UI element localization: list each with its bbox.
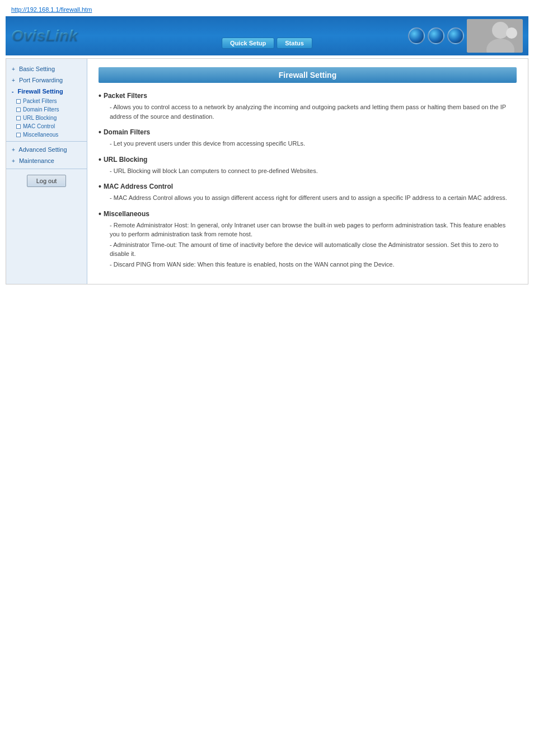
- sidebar-sub-miscellaneous-label: Miscellaneous: [23, 132, 58, 138]
- status-button[interactable]: Status: [277, 38, 312, 49]
- sidebar-item-maintenance[interactable]: + Maintenance: [6, 155, 87, 166]
- miscellaneous-desc-1: Remote Administrator Host: In general, o…: [110, 221, 517, 239]
- section-desc-packet-filters: Allows you to control access to a networ…: [99, 102, 517, 121]
- section-desc-miscellaneous: Remote Administrator Host: In general, o…: [99, 221, 517, 269]
- header-nav: Quick Setup Status: [222, 38, 312, 49]
- sidebar: + Basic Setting + Port Forwarding - Fire…: [6, 59, 87, 284]
- sidebar-divider-2: [6, 169, 87, 169]
- sidebar-sub-domain-filters[interactable]: Domain Filters: [6, 105, 87, 114]
- sidebar-sub-mac-control-label: MAC Control: [23, 123, 55, 129]
- section-title-packet-filters: Packet Filters: [99, 91, 517, 100]
- section-domain-filters: Domain Filters Let you prevent users und…: [99, 128, 517, 148]
- sidebar-item-basic-setting-label: Basic Setting: [19, 66, 55, 72]
- packet-filters-square: [16, 99, 21, 104]
- header-banner: OvisLink Quick Setup Status: [6, 16, 528, 55]
- sidebar-item-advanced-setting[interactable]: + Advanced Setting: [6, 144, 87, 155]
- advanced-setting-bullet: +: [12, 147, 15, 153]
- sidebar-sub-packet-filters[interactable]: Packet Filters: [6, 97, 87, 105]
- section-title-domain-filters: Domain Filters: [99, 128, 517, 137]
- sidebar-item-port-forwarding[interactable]: + Port Forwarding: [6, 74, 87, 86]
- url-blocking-square: [16, 116, 21, 120]
- domain-filters-square: [16, 108, 21, 112]
- section-url-blocking: URL Blocking URL Blocking will block Lan…: [99, 155, 517, 176]
- section-miscellaneous: Miscellaneous Remote Administrator Host:…: [99, 209, 517, 269]
- section-desc-domain-filters: Let you prevent users under this device …: [99, 139, 517, 148]
- sidebar-sub-mac-control[interactable]: MAC Control: [6, 122, 87, 130]
- mac-control-square: [16, 124, 21, 129]
- sidebar-item-advanced-setting-label: Advanced Setting: [18, 146, 67, 153]
- section-packet-filters: Packet Filters Allows you to control acc…: [99, 91, 517, 121]
- basic-setting-bullet: +: [12, 66, 15, 72]
- sidebar-item-maintenance-label: Maintenance: [19, 157, 54, 164]
- sidebar-sub-url-blocking[interactable]: URL Blocking: [6, 114, 87, 122]
- section-desc-mac-address-control: MAC Address Control allows you to assign…: [99, 193, 517, 203]
- globe-icon-1: [408, 27, 425, 44]
- header-photo-svg: [467, 19, 523, 53]
- content-area: Firewall Setting Packet Filters Allows y…: [87, 59, 528, 284]
- url-blocking-desc-1: URL Blocking will block Lan computers to…: [110, 166, 517, 176]
- svg-point-3: [506, 27, 517, 39]
- miscellaneous-desc-2: Administrator Time-out: The amount of ti…: [110, 240, 517, 259]
- logo-text: OvisLink: [11, 27, 77, 45]
- section-title-miscellaneous: Miscellaneous: [99, 209, 517, 218]
- sidebar-item-firewall-setting[interactable]: - Firewall Setting: [6, 86, 87, 97]
- section-title-url-blocking: URL Blocking: [99, 155, 517, 164]
- packet-filters-desc-1: Allows you to control access to a networ…: [110, 102, 517, 121]
- domain-filters-desc-1: Let you prevent users under this device …: [110, 139, 517, 148]
- content-title: Firewall Setting: [99, 67, 517, 83]
- sidebar-item-port-forwarding-label: Port Forwarding: [19, 77, 63, 83]
- svg-point-1: [492, 22, 509, 39]
- quick-setup-button[interactable]: Quick Setup: [222, 38, 274, 49]
- header-icons: [408, 19, 523, 53]
- miscellaneous-desc-3: Discard PING from WAN side: When this fe…: [110, 260, 517, 269]
- sidebar-divider-1: [6, 141, 87, 142]
- mac-address-control-desc-1: MAC Address Control allows you to assign…: [110, 193, 517, 203]
- sidebar-item-basic-setting[interactable]: + Basic Setting: [6, 63, 87, 74]
- sidebar-sub-domain-filters-label: Domain Filters: [23, 106, 59, 113]
- main-wrapper: + Basic Setting + Port Forwarding - Fire…: [6, 58, 528, 284]
- section-desc-url-blocking: URL Blocking will block Lan computers to…: [99, 166, 517, 176]
- sidebar-sub-packet-filters-label: Packet Filters: [23, 98, 57, 104]
- section-mac-address-control: MAC Address Control MAC Address Control …: [99, 182, 517, 203]
- header-photo: [467, 19, 523, 53]
- maintenance-bullet: +: [12, 158, 15, 164]
- logout-button[interactable]: Log out: [27, 175, 67, 187]
- globe-icon-3: [447, 27, 464, 44]
- page-url-link[interactable]: http://192.168.1.1/firewall.htm: [11, 6, 92, 13]
- port-forwarding-bullet: +: [12, 77, 15, 83]
- sidebar-item-firewall-setting-label: Firewall Setting: [17, 88, 63, 95]
- miscellaneous-square: [16, 133, 21, 137]
- globe-icon-2: [428, 27, 444, 44]
- section-title-mac-address-control: MAC Address Control: [99, 182, 517, 191]
- sidebar-sub-url-blocking-label: URL Blocking: [23, 115, 57, 121]
- logo-area: OvisLink: [11, 27, 77, 45]
- firewall-setting-bullet: -: [12, 88, 13, 95]
- sidebar-sub-miscellaneous[interactable]: Miscellaneous: [6, 130, 87, 139]
